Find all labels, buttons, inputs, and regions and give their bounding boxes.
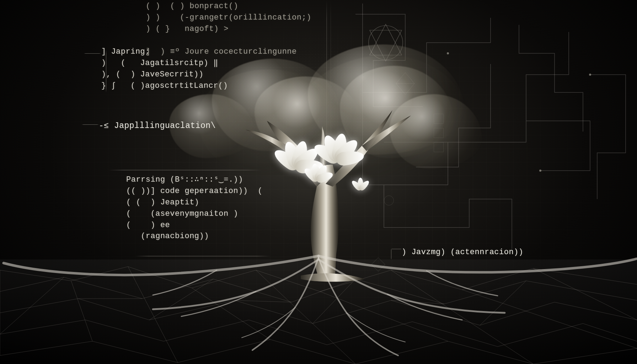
code-line: (ragnacbiong)): [126, 232, 209, 241]
circle-icon: [384, 196, 394, 205]
code-line: ) Javzmg) (actennracion)): [402, 248, 524, 257]
code-line: } ∫ ( )agosctrtitLancr(): [101, 81, 228, 90]
sacred-geometry-icon: [366, 21, 405, 64]
code-line: ( ( ) Jeaptit): [126, 198, 199, 207]
square-icon: [434, 114, 444, 124]
code-line: ( ) ( ) bonpract(): [146, 2, 238, 11]
svg-point-5: [369, 26, 403, 60]
code-fragment-japring: ] Japring; ) ( Jagatilsrcitp) ‖ ), ( ) J…: [101, 46, 228, 92]
square-icon: [434, 128, 444, 138]
leader-line: [106, 50, 106, 92]
code-line: ) ( Jagatilsrcitp) ‖: [101, 59, 218, 68]
leader-line: [391, 249, 391, 259]
leader-line: [82, 124, 99, 125]
code-line: ] Japring;: [101, 47, 150, 56]
code-line: (( ))] code geperaation)) (: [126, 187, 263, 196]
code-line: ( (asevenymgnaiton ): [126, 209, 238, 218]
svg-point-2: [589, 74, 591, 76]
code-fragment-right: ) Javzmg) (actennracion)): [402, 247, 524, 258]
diamond-icon: [395, 71, 416, 96]
divider-vertical: [326, 0, 327, 185]
svg-point-0: [447, 52, 449, 54]
divider-vertical: [331, 0, 331, 185]
code-line: Parrsing (Bˢ::∴ⁿ::ˢ‿=.)): [126, 175, 243, 184]
code-line: ) ) (-grangetr(orilllincation;): [146, 13, 311, 22]
svg-point-1: [539, 170, 541, 172]
scene: ( ) ( ) bonpract() ) ) (-grangetr(orilll…: [0, 0, 637, 364]
square-icon: [434, 142, 444, 152]
leader-line: [391, 249, 402, 249]
leader-line: [84, 53, 101, 54]
code-line: ( ) ee: [126, 221, 170, 230]
divider-horizontal: [108, 170, 261, 170]
code-fragment-middle: -≤ Japplllinguaclation\: [99, 120, 216, 132]
code-line: ) ( } nagoft) >: [146, 25, 229, 33]
code-line: ), ( ) JaveSecrrit)): [101, 70, 204, 79]
tree-roots: [0, 249, 637, 364]
code-line: -≤ Japplllinguaclation\: [99, 121, 216, 130]
code-fragment-parsing: Parrsing (Bˢ::∴ⁿ::ˢ‿=.)) (( ))] code gep…: [126, 174, 263, 242]
